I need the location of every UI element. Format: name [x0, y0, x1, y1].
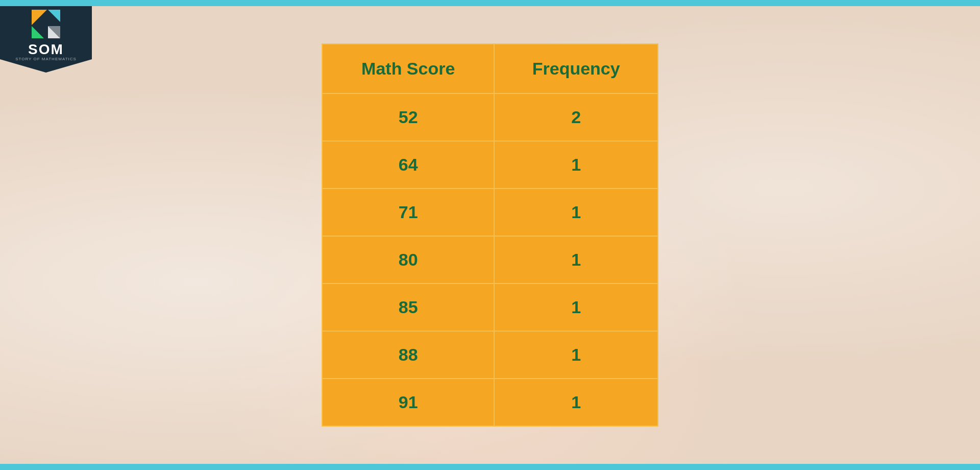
som-logo-icon: [30, 8, 62, 40]
col-header-math-score: Math Score: [322, 44, 494, 93]
table-row: 522: [322, 93, 658, 141]
score-cell: 91: [322, 379, 494, 426]
table-row: 801: [322, 236, 658, 284]
score-cell: 88: [322, 331, 494, 379]
svg-marker-1: [48, 10, 60, 22]
score-cell: 85: [322, 284, 494, 331]
bottom-stripe: [0, 464, 980, 470]
table-row: 641: [322, 141, 658, 189]
table-row: 711: [322, 189, 658, 236]
top-stripe: [0, 0, 980, 6]
frequency-cell: 1: [494, 379, 658, 426]
table-row: 851: [322, 284, 658, 331]
logo-name: SOM: [28, 42, 64, 57]
score-cell: 80: [322, 236, 494, 284]
logo-container: SOM STORY OF MATHEMATICS: [0, 6, 92, 73]
score-cell: 71: [322, 189, 494, 236]
frequency-cell: 2: [494, 93, 658, 141]
frequency-table: Math Score Frequency 5226417118018518819…: [322, 43, 658, 427]
score-cell: 64: [322, 141, 494, 189]
frequency-cell: 1: [494, 236, 658, 284]
frequency-cell: 1: [494, 141, 658, 189]
svg-marker-2: [32, 26, 44, 38]
main-content: Math Score Frequency 5226417118018518819…: [0, 6, 980, 464]
svg-marker-0: [32, 10, 47, 25]
logo-subtext: STORY OF MATHEMATICS: [15, 57, 77, 61]
table-row: 911: [322, 379, 658, 426]
table-row: 881: [322, 331, 658, 379]
frequency-cell: 1: [494, 331, 658, 379]
col-header-frequency: Frequency: [494, 44, 658, 93]
frequency-cell: 1: [494, 189, 658, 236]
frequency-cell: 1: [494, 284, 658, 331]
score-cell: 52: [322, 93, 494, 141]
